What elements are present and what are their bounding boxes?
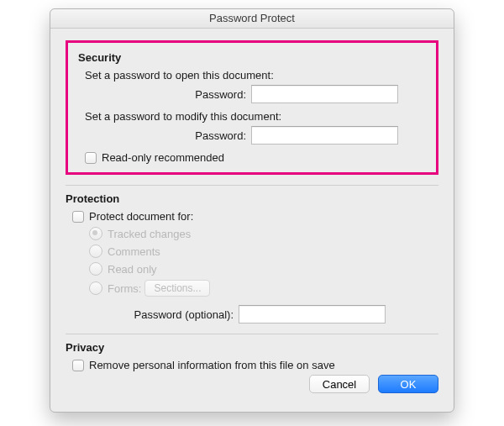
sections-button: Sections... <box>144 280 210 297</box>
tracked-changes-radio <box>89 227 102 240</box>
cancel-button[interactable]: Cancel <box>309 375 370 393</box>
protection-heading: Protection <box>66 192 438 205</box>
dialog-window: Password Protect Security Set a password… <box>50 8 454 413</box>
comments-label: Comments <box>108 245 160 258</box>
remove-personal-label: Remove personal information from this fi… <box>89 359 335 371</box>
privacy-heading: Privacy <box>66 341 438 354</box>
dialog-footer: Cancel OK <box>66 371 438 400</box>
read-only-radio <box>89 262 102 276</box>
comments-radio <box>89 245 102 258</box>
forms-label: Forms: <box>108 282 141 295</box>
divider-1 <box>66 185 438 186</box>
read-only-label: Read-only recommended <box>102 151 224 164</box>
open-password-input[interactable] <box>251 85 398 103</box>
security-heading: Security <box>78 51 426 64</box>
open-password-label: Password: <box>78 88 251 101</box>
security-section-highlight: Security Set a password to open this doc… <box>66 40 438 175</box>
ok-button[interactable]: OK <box>378 375 438 393</box>
read-only-checkbox[interactable] <box>85 152 97 164</box>
remove-personal-checkbox[interactable] <box>72 360 84 371</box>
protect-for-row[interactable]: Protect document for: <box>72 210 438 223</box>
tracked-changes-label: Tracked changes <box>108 228 191 240</box>
protection-password-input[interactable] <box>239 305 386 323</box>
modify-password-label: Password: <box>78 129 251 142</box>
protect-for-checkbox[interactable] <box>72 211 84 223</box>
divider-2 <box>66 334 438 334</box>
open-password-prompt: Set a password to open this document: <box>85 69 426 82</box>
protection-password-label: Password (optional): <box>66 308 239 321</box>
modify-password-input[interactable] <box>251 126 398 145</box>
read-only-option-label: Read only <box>108 263 157 276</box>
protect-for-label: Protect document for: <box>89 210 193 223</box>
title-bar: Password Protect <box>50 9 454 29</box>
window-title: Password Protect <box>209 12 295 24</box>
read-only-row[interactable]: Read-only recommended <box>85 151 426 164</box>
forms-radio <box>89 281 102 295</box>
privacy-row[interactable]: Remove personal information from this fi… <box>72 359 438 371</box>
protect-options: Tracked changes Comments Read only Forms… <box>89 227 438 297</box>
modify-password-prompt: Set a password to modify this document: <box>85 110 426 123</box>
dialog-content: Security Set a password to open this doc… <box>50 29 454 412</box>
